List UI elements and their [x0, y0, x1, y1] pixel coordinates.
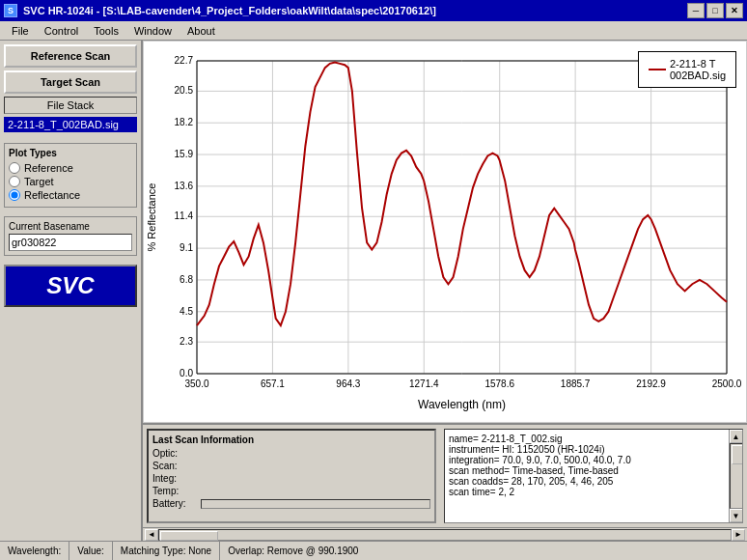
legend-line2: 002BAD.sig	[670, 70, 726, 81]
scan-details-text: name= 2-211-8_T_002.sig instrument= HI: …	[449, 434, 723, 497]
matching-status: Matching Type: None	[113, 542, 220, 560]
legend-line-icon	[649, 65, 666, 74]
close-button[interactable]: ✕	[726, 3, 743, 18]
battery-bar	[201, 499, 430, 509]
plot-types-section: Plot Types Reference Target Reflectance	[4, 143, 137, 208]
scroll-right-button[interactable]: ►	[732, 529, 745, 541]
maximize-button[interactable]: □	[706, 3, 724, 18]
scroll-down-button[interactable]: ▼	[730, 509, 743, 522]
radio-target-label: Target	[24, 176, 54, 187]
menu-file[interactable]: File	[4, 23, 37, 39]
scroll-up-button[interactable]: ▲	[730, 430, 743, 443]
scroll-thumb[interactable]	[732, 445, 743, 464]
wavelength-status: Wavelength:	[0, 542, 69, 560]
last-scan-title: Last Scan Information	[152, 434, 430, 445]
menu-about[interactable]: About	[180, 23, 223, 39]
basename-input[interactable]	[9, 234, 132, 251]
title-bar-left: S SVC HR-1024i - [S:\LAB-cavender\4_Proj…	[4, 4, 436, 17]
menu-bar: File Control Tools Window About	[0, 21, 747, 41]
value-status: Value:	[69, 542, 113, 560]
minimize-button[interactable]: ─	[687, 3, 705, 18]
radio-reflectance[interactable]	[9, 189, 20, 201]
legend-text: 2-211-8 T 002BAD.sig	[670, 58, 726, 81]
battery-label: Battery:	[152, 498, 201, 509]
chart-area: 2-211-8 T 002BAD.sig	[143, 41, 747, 423]
radio-reference-row: Reference	[9, 162, 132, 174]
scan-scrollbar[interactable]: ▲ ▼	[729, 430, 742, 522]
wavelength-label: Wavelength:	[8, 546, 61, 556]
scan-label: Scan:	[152, 461, 201, 471]
legend-line1: 2-211-8 T	[670, 58, 726, 70]
app-icon: S	[4, 4, 17, 17]
file-item[interactable]: 2-211-8_T_002BAD.sig	[4, 117, 137, 132]
battery-row: Battery:	[152, 498, 430, 509]
optic-row: Optic:	[152, 448, 430, 459]
radio-target[interactable]	[9, 176, 20, 187]
temp-label: Temp:	[152, 486, 201, 496]
title-bar: S SVC HR-1024i - [S:\LAB-cavender\4_Proj…	[0, 0, 747, 21]
basename-section: Current Basename	[4, 216, 137, 256]
h-scroll-thumb[interactable]	[160, 531, 218, 541]
target-scan-button[interactable]: Target Scan	[4, 70, 137, 94]
main-content: Reference Scan Target Scan File Stack 2-…	[0, 41, 747, 541]
last-scan-info: Last Scan Information Optic: Scan: Integ…	[147, 429, 436, 523]
integ-label: Integ:	[152, 473, 201, 484]
menu-window[interactable]: Window	[126, 23, 180, 39]
bottom-section: Last Scan Information Optic: Scan: Integ…	[143, 423, 747, 527]
scroll-left-button[interactable]: ◄	[145, 529, 158, 541]
legend-box: 2-211-8 T 002BAD.sig	[638, 51, 736, 88]
svc-logo: SVC	[4, 265, 137, 307]
menu-control[interactable]: Control	[37, 23, 86, 39]
plot-types-title: Plot Types	[9, 148, 132, 158]
spectrum-canvas	[144, 42, 746, 422]
menu-tools[interactable]: Tools	[86, 23, 126, 39]
integ-row: Integ:	[152, 473, 430, 484]
title-controls: ─ □ ✕	[687, 3, 743, 18]
overlap-label: Overlap: Remove @ 990.1900	[228, 546, 358, 556]
title-text: SVC HR-1024i - [S:\LAB-cavender\4_Projec…	[23, 5, 436, 16]
radio-reference-label: Reference	[24, 162, 73, 174]
radio-reference[interactable]	[9, 162, 20, 174]
scan-details: name= 2-211-8_T_002.sig instrument= HI: …	[444, 429, 743, 523]
basename-label: Current Basename	[9, 221, 132, 232]
temp-row: Temp:	[152, 486, 430, 496]
radio-reflectance-label: Reflectance	[24, 189, 80, 201]
optic-label: Optic:	[152, 448, 201, 459]
right-panel: 2-211-8 T 002BAD.sig Last Scan Informati…	[143, 41, 747, 541]
overlap-status: Overlap: Remove @ 990.1900	[220, 542, 747, 560]
h-scroll-track	[158, 529, 732, 541]
radio-target-row: Target	[9, 176, 132, 187]
left-panel: Reference Scan Target Scan File Stack 2-…	[0, 41, 143, 541]
file-stack-label: File Stack	[4, 97, 137, 114]
scroll-track	[730, 443, 743, 509]
reference-scan-button[interactable]: Reference Scan	[4, 44, 137, 68]
radio-reflectance-row: Reflectance	[9, 189, 132, 201]
scan-row: Scan:	[152, 461, 430, 471]
matching-label: Matching Type: None	[121, 546, 211, 556]
horizontal-scrollbar[interactable]: ◄ ►	[143, 527, 747, 541]
value-label: Value:	[77, 546, 104, 556]
status-bar: Wavelength: Value: Matching Type: None O…	[0, 541, 747, 560]
